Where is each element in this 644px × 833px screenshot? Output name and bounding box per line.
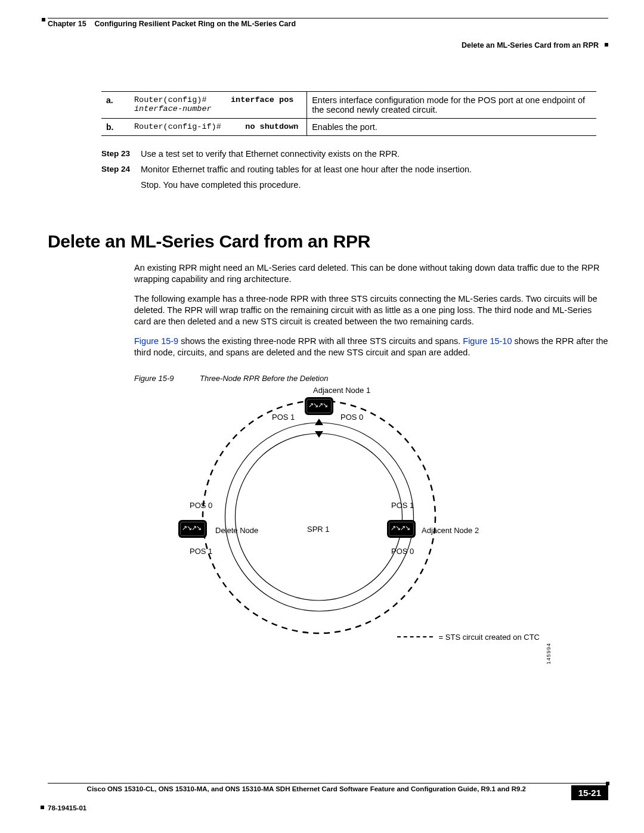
para-2: The following example has a three-node R…	[134, 293, 608, 327]
label-pos0-top: POS 0	[340, 413, 363, 422]
node-arrows-icon: ↗↘↗↘	[391, 524, 410, 532]
figure-imgid: 145994	[546, 643, 552, 664]
chapter-num: Chapter 15	[48, 20, 86, 28]
para-3-mid: shows the existing three-node RPR with a…	[178, 336, 463, 346]
legend-text: = STS circuit created on CTC	[439, 633, 540, 642]
footer-docnum-text: 78-19415-01	[48, 804, 86, 812]
label-delete: Delete Node	[215, 526, 258, 535]
step-row: Step 24 Monitor Ethernet traffic and rou…	[101, 165, 608, 174]
figure-caption: Figure 15-9 Three-Node RPR Before the De…	[134, 374, 608, 383]
header-row: Chapter 15 Configuring Resilient Packet …	[48, 20, 608, 28]
body-area: a. Router(config)# interface pos interfa…	[48, 91, 608, 645]
footer-left-marker	[41, 806, 44, 809]
table-row: a. Router(config)# interface pos interfa…	[101, 92, 596, 119]
footer-doc-title: Cisco ONS 15310-CL, ONS 15310-MA, and ON…	[48, 785, 565, 792]
page-number-box: 15-21	[571, 785, 608, 800]
header-marker	[42, 18, 45, 21]
page: Chapter 15 Configuring Resilient Packet …	[0, 0, 644, 833]
stop-line: Stop. You have completed this procedure.	[141, 180, 608, 190]
step-label: Step 23	[101, 149, 141, 159]
table-row: b. Router(config-if)# no shutdown Enable…	[101, 119, 596, 136]
row-desc: Enters interface configuration mode for …	[307, 92, 596, 119]
figure-link-b[interactable]: Figure 15-10	[463, 336, 512, 346]
label-pos0-right-lower: POS 0	[391, 547, 414, 556]
footer-doc-num: 78-19415-01	[48, 792, 565, 812]
breadcrumb: Delete an ML-Series Card from an RPR	[462, 41, 599, 49]
label-pos0-left-upper: POS 0	[190, 501, 212, 510]
header-left: Chapter 15 Configuring Resilient Packet …	[48, 20, 296, 28]
step-text: Use a test set to verify that Ethernet c…	[141, 149, 608, 159]
para-1: An existing RPR might need an ML-Series …	[134, 262, 608, 285]
steps-block: Step 23 Use a test set to verify that Et…	[101, 149, 608, 174]
node-left: ↗↘↗↘	[178, 520, 207, 538]
svg-marker-1	[315, 419, 323, 425]
label-adj1: Adjacent Node 1	[313, 386, 370, 395]
header-right: Delete an ML-Series Card from an RPR	[48, 41, 608, 49]
label-spr: SPR 1	[307, 525, 330, 534]
cmd-ital: interface-number	[134, 104, 212, 113]
top-rule	[48, 18, 608, 18]
header-right-marker	[605, 43, 608, 47]
page-number: 15-21	[578, 788, 601, 798]
row-label: b.	[101, 119, 129, 136]
footer: Cisco ONS 15310-CL, ONS 15310-MA, and ON…	[48, 783, 608, 812]
legend-dash-icon	[397, 636, 433, 637]
node-arrows-icon: ↗↘↗↘	[182, 524, 201, 532]
figure-diagram: ↗↘↗↘ ↗↘↗↘ ↗↘↗↘ Adjacent Node 1 POS 1 POS…	[134, 389, 552, 645]
node-top: ↗↘↗↘	[305, 397, 333, 415]
cmd-bold: no shutdown	[245, 122, 298, 131]
svg-marker-2	[315, 431, 323, 438]
chapter-title: Configuring Resilient Packet Ring on the…	[95, 20, 296, 28]
footer-rule	[48, 783, 608, 784]
legend: = STS circuit created on CTC	[397, 633, 540, 642]
cmd-bold: interface pos	[231, 95, 293, 104]
row-command: Router(config-if)# no shutdown	[129, 119, 307, 136]
footer-right-marker	[606, 782, 609, 785]
prompt: Router(config)#	[134, 95, 207, 104]
node-arrows-icon: ↗↘↗↘	[308, 401, 327, 409]
label-pos1-right-upper: POS 1	[391, 501, 414, 510]
footer-row: Cisco ONS 15310-CL, ONS 15310-MA, and ON…	[48, 785, 608, 812]
step-label: Step 24	[101, 165, 141, 174]
figure-number: Figure 15-9	[134, 374, 174, 383]
para-3: Figure 15-9 shows the existing three-nod…	[134, 336, 608, 358]
row-desc: Enables the port.	[307, 119, 596, 136]
prompt: Router(config-if)#	[134, 122, 221, 131]
row-label: a.	[101, 92, 129, 119]
row-command: Router(config)# interface pos interface-…	[129, 92, 307, 119]
label-pos1-top: POS 1	[272, 413, 295, 422]
figure-link-a[interactable]: Figure 15-9	[134, 336, 178, 346]
figure-title: Three-Node RPR Before the Deletion	[200, 374, 328, 383]
section-title: Delete an ML-Series Card from an RPR	[48, 231, 608, 252]
label-pos1-left-lower: POS 1	[190, 547, 212, 556]
ring-svg	[134, 389, 552, 645]
label-adj2: Adjacent Node 2	[422, 526, 479, 535]
step-row: Step 23 Use a test set to verify that Et…	[101, 149, 608, 159]
step-text: Monitor Ethernet traffic and routing tab…	[141, 165, 608, 174]
node-right: ↗↘↗↘	[387, 520, 416, 538]
command-table: a. Router(config)# interface pos interfa…	[101, 91, 596, 136]
